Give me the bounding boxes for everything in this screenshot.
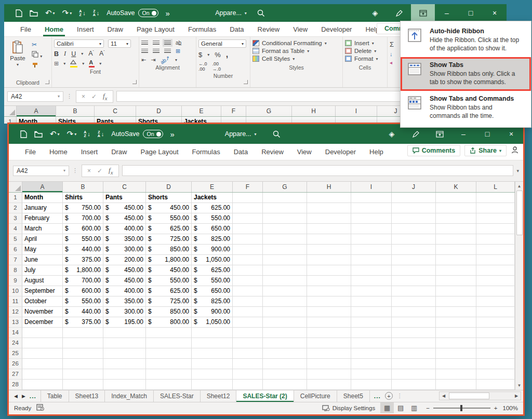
align-middle-icon[interactable] bbox=[153, 40, 159, 45]
maximize-button[interactable]: □ bbox=[459, 4, 483, 22]
cell[interactable]: $600.00 bbox=[63, 286, 103, 296]
column-header-c[interactable]: C bbox=[103, 182, 146, 192]
cell[interactable] bbox=[63, 338, 103, 348]
decrease-font-icon[interactable]: Aˇ bbox=[99, 50, 105, 57]
cell[interactable]: $550.00 bbox=[63, 296, 103, 307]
underline-menu[interactable]: ▾ bbox=[81, 51, 83, 56]
vertical-scrollbar[interactable]: ▲ ▼ bbox=[515, 182, 523, 390]
column-header-h[interactable]: H bbox=[307, 182, 351, 192]
cell[interactable] bbox=[436, 338, 476, 348]
column-header-b[interactable]: B bbox=[63, 182, 103, 192]
open-file-icon[interactable] bbox=[34, 131, 43, 138]
column-header-a[interactable]: A bbox=[22, 182, 63, 192]
cell[interactable]: Month bbox=[22, 193, 63, 203]
tab-view[interactable]: View bbox=[286, 22, 314, 36]
zoom-out-icon[interactable]: − bbox=[426, 405, 430, 411]
clipboard-dialog-launcher[interactable] bbox=[45, 80, 49, 84]
cell[interactable] bbox=[476, 338, 515, 348]
sort-az-icon[interactable]: AZ↓ bbox=[79, 9, 86, 17]
enter-icon[interactable]: ✓ bbox=[97, 167, 102, 174]
cell[interactable] bbox=[351, 359, 392, 369]
column-header-c[interactable]: C bbox=[95, 106, 136, 116]
column-header-e[interactable]: E bbox=[182, 106, 221, 116]
cell[interactable] bbox=[63, 380, 103, 390]
document-title[interactable]: Appare...▾ bbox=[225, 124, 257, 144]
tab-data[interactable]: Data bbox=[223, 22, 250, 36]
decrease-decimal-icon[interactable]: .00→.0 bbox=[212, 61, 221, 72]
cell[interactable] bbox=[146, 380, 192, 390]
font-dialog-launcher[interactable] bbox=[132, 80, 137, 84]
cell[interactable] bbox=[192, 359, 233, 369]
undo-button[interactable]: ↶▾ bbox=[45, 8, 55, 18]
cell[interactable]: $1,800.00 bbox=[146, 255, 192, 265]
person-icon[interactable] bbox=[511, 146, 519, 156]
paste-button[interactable]: Paste▾ bbox=[6, 38, 29, 67]
row-header-10[interactable]: 10 bbox=[9, 286, 22, 296]
sheet-tab-table[interactable]: Table bbox=[41, 390, 69, 402]
cell[interactable] bbox=[351, 265, 392, 276]
cell[interactable] bbox=[436, 234, 476, 245]
tab-page-layout[interactable]: Page Layout bbox=[130, 22, 181, 36]
cell[interactable] bbox=[392, 369, 436, 380]
cell[interactable] bbox=[103, 338, 146, 348]
row-header-5[interactable]: 5 bbox=[9, 234, 22, 245]
cell[interactable]: $400.00 bbox=[103, 286, 146, 296]
vertical-scroll-thumb[interactable] bbox=[516, 191, 523, 235]
cell[interactable]: March bbox=[22, 224, 63, 234]
underline-button[interactable]: U bbox=[71, 50, 76, 58]
sheet-tab-sales-star-2-[interactable]: SALES-Star (2) bbox=[236, 390, 294, 402]
cell[interactable] bbox=[22, 348, 63, 359]
cell[interactable]: June bbox=[22, 255, 63, 265]
cell[interactable] bbox=[103, 328, 146, 338]
sort-za-icon[interactable]: ZA↓ bbox=[98, 130, 104, 138]
horizontal-scrollbar[interactable]: ◀ ▶ bbox=[439, 391, 521, 400]
cell[interactable] bbox=[233, 224, 263, 234]
search-icon[interactable] bbox=[257, 4, 265, 22]
cell[interactable] bbox=[307, 369, 351, 380]
sheet-tab-sheet13[interactable]: Sheet13 bbox=[69, 390, 105, 402]
search-icon[interactable] bbox=[273, 124, 281, 144]
cell[interactable] bbox=[263, 234, 307, 245]
cell[interactable] bbox=[263, 193, 307, 203]
cell[interactable] bbox=[307, 234, 351, 245]
cell[interactable] bbox=[351, 276, 392, 286]
cell[interactable] bbox=[307, 338, 351, 348]
increase-indent-icon[interactable]: ⇥ bbox=[151, 57, 155, 63]
select-all-corner[interactable] bbox=[9, 182, 22, 192]
cell[interactable] bbox=[476, 193, 515, 203]
cell[interactable] bbox=[63, 348, 103, 359]
cell[interactable] bbox=[233, 276, 263, 286]
cell[interactable] bbox=[263, 348, 307, 359]
cell[interactable] bbox=[476, 245, 515, 255]
cell[interactable] bbox=[476, 234, 515, 245]
cell[interactable] bbox=[307, 245, 351, 255]
cell[interactable] bbox=[392, 317, 436, 328]
cell[interactable] bbox=[436, 328, 476, 338]
column-header-a[interactable]: A bbox=[17, 106, 56, 116]
cell[interactable]: $375.00 bbox=[63, 317, 103, 328]
cell[interactable] bbox=[233, 286, 263, 296]
cell[interactable] bbox=[392, 348, 436, 359]
cell[interactable] bbox=[351, 224, 392, 234]
cell[interactable] bbox=[63, 359, 103, 369]
page-break-view-button[interactable]: ▥ bbox=[407, 402, 421, 413]
cell[interactable]: $550.00 bbox=[192, 276, 233, 286]
row-header-13[interactable]: 13 bbox=[9, 317, 22, 328]
cell[interactable] bbox=[476, 296, 515, 307]
cell[interactable]: $725.00 bbox=[146, 234, 192, 245]
row-header-12[interactable]: 12 bbox=[9, 307, 22, 317]
row-header-6[interactable]: 6 bbox=[9, 245, 22, 255]
cell[interactable]: $650.00 bbox=[192, 224, 233, 234]
sheet-tab-cellpicture[interactable]: CellPicture bbox=[294, 390, 337, 402]
name-box[interactable]: A42▾ bbox=[13, 166, 69, 176]
align-center-icon[interactable] bbox=[153, 49, 159, 53]
cut-icon[interactable]: ✂ bbox=[32, 41, 42, 48]
cell[interactable] bbox=[233, 213, 263, 224]
cell[interactable] bbox=[146, 369, 192, 380]
merge-center-icon[interactable]: ⊞ bbox=[176, 48, 180, 55]
cell[interactable]: Shorts bbox=[146, 193, 192, 203]
cell[interactable] bbox=[307, 359, 351, 369]
cell[interactable] bbox=[22, 328, 63, 338]
tab-file[interactable]: File bbox=[14, 22, 38, 36]
cell[interactable] bbox=[192, 369, 233, 380]
